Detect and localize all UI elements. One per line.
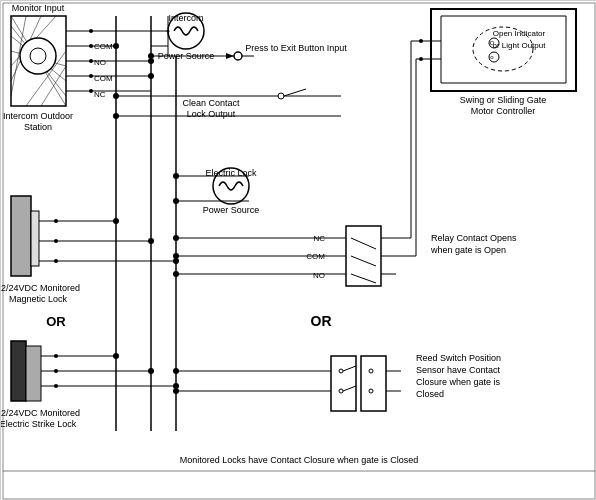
svg-text:Sensor have Contact: Sensor have Contact: [416, 365, 501, 375]
svg-text:Monitored Locks have Contact C: Monitored Locks have Contact Closure whe…: [180, 455, 419, 465]
svg-rect-68: [31, 211, 39, 266]
svg-point-144: [173, 368, 179, 374]
svg-rect-79: [26, 346, 41, 401]
svg-point-91: [113, 218, 119, 224]
svg-point-102: [173, 173, 179, 179]
wiring-diagram: Monitor Input Intercom Outdoor Station C…: [0, 0, 596, 500]
svg-text:NO: NO: [94, 58, 106, 67]
svg-point-129: [339, 389, 343, 393]
svg-point-145: [173, 388, 179, 394]
svg-text:when gate is Open: when gate is Open: [430, 245, 506, 255]
svg-text:Monitor Input: Monitor Input: [12, 3, 65, 13]
svg-text:Magnetic Lock: Magnetic Lock: [9, 294, 68, 304]
svg-point-64: [113, 113, 119, 119]
svg-point-141: [173, 271, 179, 277]
svg-text:Reed Switch Position: Reed Switch Position: [416, 353, 501, 363]
svg-text:Intercom Outdoor: Intercom Outdoor: [3, 111, 73, 121]
svg-point-98: [148, 368, 154, 374]
svg-point-126: [339, 369, 343, 373]
svg-point-97: [113, 353, 119, 359]
svg-rect-121: [361, 356, 386, 411]
svg-point-34: [234, 52, 242, 60]
svg-text:Closed: Closed: [416, 389, 444, 399]
svg-text:COM: COM: [94, 74, 113, 83]
svg-point-57: [167, 30, 170, 33]
svg-text:Relay Contact Opens: Relay Contact Opens: [431, 233, 517, 243]
svg-point-51: [113, 43, 119, 49]
svg-rect-120: [331, 356, 356, 411]
svg-text:Swing or Sliding Gate: Swing or Sliding Gate: [460, 95, 547, 105]
svg-point-128: [369, 369, 373, 373]
svg-text:Open Indicator: Open Indicator: [493, 29, 546, 38]
svg-text:or Light Output: or Light Output: [493, 41, 547, 50]
svg-text:OR: OR: [311, 313, 332, 329]
svg-text:Power Source: Power Source: [203, 205, 260, 215]
svg-text:12/24VDC Monitored: 12/24VDC Monitored: [1, 408, 80, 418]
svg-point-103: [173, 198, 179, 204]
svg-text:Closure when gate is: Closure when gate is: [416, 377, 501, 387]
svg-text:Motor Controller: Motor Controller: [471, 106, 536, 116]
svg-text:Intercom: Intercom: [168, 13, 203, 23]
svg-text:OR: OR: [46, 314, 66, 329]
svg-text:NO: NO: [313, 271, 325, 280]
svg-point-59: [148, 53, 154, 59]
svg-point-139: [173, 235, 179, 241]
svg-point-92: [148, 238, 154, 244]
svg-point-131: [369, 389, 373, 393]
svg-text:Station: Station: [24, 122, 52, 132]
svg-text:Lock Output: Lock Output: [187, 109, 236, 119]
svg-point-13: [30, 48, 46, 64]
svg-rect-78: [11, 341, 26, 401]
svg-point-53: [148, 73, 154, 79]
svg-text:12/24VDC Monitored: 12/24VDC Monitored: [1, 283, 80, 293]
svg-text:Clean Contact: Clean Contact: [182, 98, 240, 108]
svg-text:Press to Exit Button Input: Press to Exit Button Input: [245, 43, 347, 53]
svg-point-65: [278, 93, 284, 99]
svg-text:Electric Strike Lock: Electric Strike Lock: [1, 419, 77, 429]
svg-rect-67: [11, 196, 31, 276]
svg-point-63: [113, 93, 119, 99]
svg-point-140: [173, 253, 179, 259]
